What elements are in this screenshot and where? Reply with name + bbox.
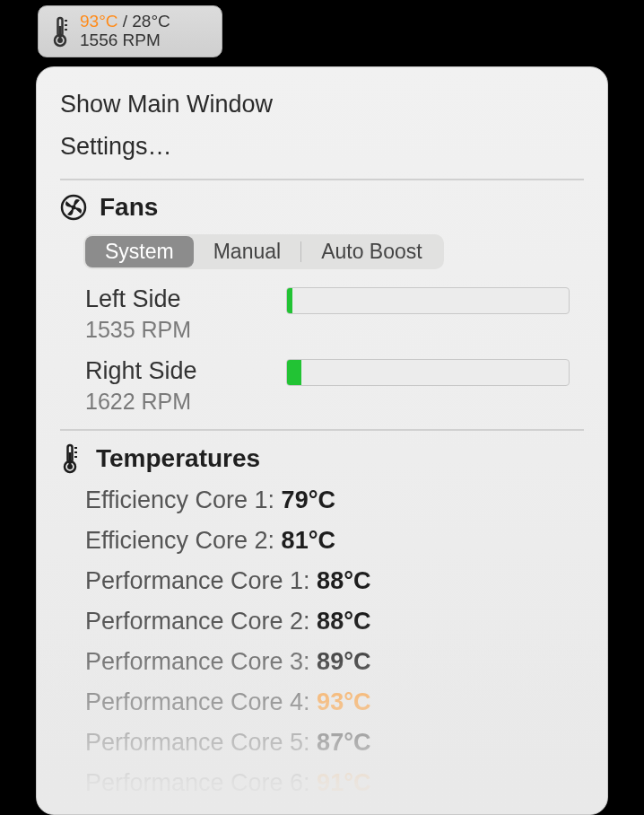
segment-manual[interactable]: Manual [194, 236, 300, 267]
temp-label: Performance Core 5: [85, 729, 317, 756]
temp-label: Efficiency Core 2: [85, 527, 282, 554]
fan-bar-left [286, 287, 570, 314]
temp-label: Performance Core 3: [85, 648, 317, 675]
menubar-temp-cold: 28°C [132, 12, 170, 31]
thermometer-icon [49, 15, 71, 48]
temp-value: 87°C [317, 729, 370, 756]
segment-system[interactable]: System [85, 236, 194, 267]
fan-fill [287, 360, 301, 385]
settings[interactable]: Settings… [60, 129, 584, 164]
divider [60, 429, 584, 431]
fan-icon [60, 194, 87, 221]
thermometer-icon [60, 443, 83, 474]
temp-value: 81°C [282, 527, 335, 554]
dropdown-panel: Show Main Window Settings… Fans System M… [36, 66, 608, 815]
temp-label: Performance Core 1: [85, 567, 317, 594]
fan-bar-right [286, 359, 570, 386]
fan-rpm: 1622 RPM [85, 389, 286, 415]
temp-row: Efficiency Core 1: 79°C [85, 486, 584, 514]
menubar-chip[interactable]: 93°C / 28°C 1556 RPM [38, 5, 222, 57]
temp-value: 91°C [317, 769, 370, 796]
temp-row: Performance Core 2: 88°C [85, 608, 584, 635]
fan-row-right: Right Side 1622 RPM [85, 357, 584, 415]
temp-label: Performance Core 6: [85, 769, 317, 796]
fan-row-left: Left Side 1535 RPM [85, 285, 584, 343]
show-main-window[interactable]: Show Main Window [60, 87, 584, 122]
fans-title: Fans [100, 193, 158, 222]
temp-row: Performance Core 6: 91°C [85, 769, 584, 797]
temp-row: Performance Core 4: 93°C [85, 688, 584, 716]
divider [60, 179, 584, 180]
menubar-rpm: 1556 RPM [80, 31, 170, 50]
temp-label: Efficiency Core 1: [85, 486, 282, 513]
temp-row: Efficiency Core 2: 81°C [85, 527, 584, 555]
temps-header: Temperatures [60, 443, 584, 474]
menubar-temp-hot: 93°C [80, 12, 117, 31]
fan-name: Left Side [85, 285, 286, 313]
temp-row: Performance Core 1: 88°C [85, 567, 584, 595]
temp-value: 93°C [317, 688, 370, 715]
temp-value: 79°C [282, 486, 335, 513]
fan-mode-segmented: System Manual Auto Boost [83, 234, 444, 269]
temps-title: Temperatures [96, 444, 260, 473]
fan-fill [287, 288, 292, 313]
temp-row: Performance Core 3: 89°C [85, 648, 584, 676]
temp-label: Performance Core 4: [85, 688, 317, 715]
fan-name: Right Side [85, 357, 286, 385]
menubar-temp-sep: / [117, 12, 132, 31]
temp-row: Performance Core 5: 87°C [85, 729, 584, 757]
temp-value: 89°C [317, 648, 370, 675]
svg-point-8 [72, 206, 76, 210]
fans-header: Fans [60, 193, 584, 222]
segment-autoboost[interactable]: Auto Boost [301, 236, 442, 267]
fan-rpm: 1535 RPM [85, 317, 286, 343]
temp-label: Performance Core 2: [85, 608, 317, 635]
temp-value: 88°C [317, 567, 370, 594]
temp-value: 88°C [317, 608, 370, 635]
temps-list: Efficiency Core 1: 79°CEfficiency Core 2… [85, 486, 584, 797]
